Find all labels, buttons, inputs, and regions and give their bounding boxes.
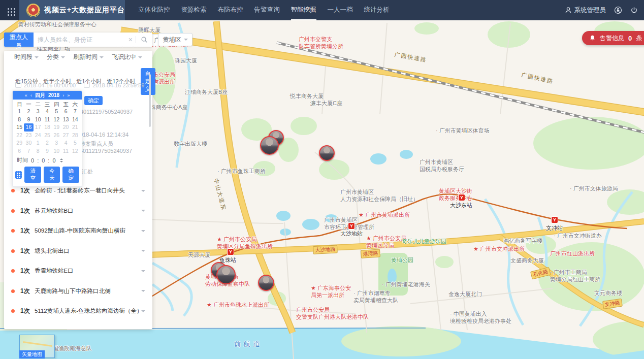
person-photo-marker[interactable] bbox=[216, 265, 236, 284]
calendar-day[interactable]: 6 bbox=[15, 147, 24, 155]
person-photo-marker[interactable] bbox=[260, 136, 279, 155]
chevron-down-icon[interactable] bbox=[141, 190, 145, 194]
time-hours[interactable]: 0 bbox=[31, 157, 34, 164]
calendar-day[interactable]: 10 bbox=[34, 116, 43, 124]
list-item[interactable]: 1次苏元地铁站B口 bbox=[4, 201, 152, 221]
district-select[interactable]: 黄埔区 bbox=[158, 33, 192, 46]
calendar-day[interactable]: 7 bbox=[71, 108, 80, 116]
person-photo-marker[interactable] bbox=[319, 145, 335, 161]
nav-item[interactable]: 立体化防控 bbox=[138, 0, 170, 20]
nav-item[interactable]: 告警查询 bbox=[254, 0, 280, 20]
calendar-day[interactable]: 30 bbox=[24, 139, 33, 147]
calendar-day[interactable]: 18 bbox=[43, 123, 52, 132]
lock-settings-icon[interactable] bbox=[614, 6, 622, 14]
calendar-day[interactable]: 25 bbox=[43, 132, 52, 140]
calendar-day[interactable]: 8 bbox=[15, 116, 24, 124]
calendar-day[interactable]: 1 bbox=[15, 108, 24, 116]
calendar-day[interactable]: 4 bbox=[43, 108, 52, 116]
filter-dropdown[interactable]: 飞识比中 bbox=[112, 53, 142, 61]
date-confirm-button[interactable]: 确定 bbox=[84, 96, 103, 105]
clear-button[interactable]: 清空 bbox=[24, 167, 41, 183]
calendar-day[interactable]: 14 bbox=[71, 116, 80, 124]
calendar-year[interactable]: 2018 bbox=[48, 92, 59, 98]
calendar-grid-icon[interactable] bbox=[15, 171, 22, 179]
calendar-day[interactable]: 28 bbox=[71, 132, 80, 140]
calendar-day[interactable]: 3 bbox=[34, 108, 43, 116]
calendar-day[interactable]: 2 bbox=[24, 108, 33, 116]
list-item[interactable]: 1次塘头北街出口 bbox=[4, 241, 152, 262]
time-stepper[interactable] bbox=[60, 157, 63, 164]
chevron-down-icon[interactable] bbox=[141, 310, 145, 314]
calendar-day[interactable]: 20 bbox=[61, 123, 70, 132]
clear-icon[interactable]: × bbox=[125, 36, 136, 44]
chevron-down-icon[interactable] bbox=[141, 290, 145, 294]
list-item[interactable]: 1次香雪地铁站E口 bbox=[4, 261, 152, 281]
calendar-day[interactable]: 6 bbox=[61, 108, 70, 116]
calendar-day[interactable]: 27 bbox=[61, 132, 70, 140]
calendar-day[interactable]: 9 bbox=[24, 116, 33, 124]
chevron-down-icon[interactable] bbox=[141, 210, 145, 214]
panel-scrollbar[interactable] bbox=[149, 74, 151, 127]
filter-dropdown[interactable]: 分类 bbox=[47, 53, 65, 61]
minimap-mode-label[interactable]: 矢量地图 bbox=[19, 350, 45, 358]
confirm-button[interactable]: 确定 bbox=[62, 167, 79, 183]
filter-dropdown[interactable]: 刷新时间 bbox=[73, 53, 104, 61]
metro-station-icon[interactable]: Y bbox=[459, 194, 465, 201]
calendar-day[interactable]: 11 bbox=[43, 116, 52, 124]
nav-item[interactable]: 智能挖掘 bbox=[291, 0, 316, 20]
search-icon[interactable] bbox=[141, 36, 148, 43]
nav-item[interactable]: 布防布控 bbox=[218, 0, 243, 20]
apps-grid-icon[interactable] bbox=[0, 0, 19, 20]
list-item[interactable]: 1次5092蟹山路-中医院东南向蟹山横街 bbox=[4, 221, 152, 241]
calendar-day[interactable]: 22 bbox=[15, 132, 24, 140]
calendar-day[interactable]: 19 bbox=[52, 123, 61, 132]
nav-item[interactable]: 资源检索 bbox=[181, 0, 207, 20]
calendar-day[interactable]: 8 bbox=[34, 147, 43, 155]
calendar-day[interactable]: 21 bbox=[71, 123, 80, 132]
chevron-down-icon[interactable] bbox=[141, 230, 145, 234]
metro-station-icon[interactable]: Y bbox=[228, 249, 234, 255]
calendar-day[interactable]: 2 bbox=[43, 139, 52, 147]
person-type-button[interactable]: 重点人员 bbox=[4, 32, 34, 47]
time-minutes[interactable]: 0 bbox=[42, 157, 45, 164]
calendar-day[interactable]: 4 bbox=[61, 139, 70, 147]
prev-month-icon[interactable]: ‹ bbox=[30, 93, 32, 98]
calendar-day[interactable]: 13 bbox=[61, 116, 70, 124]
chevron-down-icon[interactable] bbox=[141, 250, 145, 254]
time-seconds[interactable]: 0 bbox=[52, 157, 55, 164]
calendar-day[interactable]: 7 bbox=[24, 147, 33, 155]
calendar-day[interactable]: 26 bbox=[52, 132, 61, 140]
calendar-day[interactable]: 23 bbox=[24, 132, 33, 140]
alarm-banner[interactable]: 告警信息 0 条 bbox=[582, 31, 644, 45]
user-menu[interactable]: 系统管理员 bbox=[565, 6, 606, 15]
calendar-day[interactable]: 11 bbox=[61, 147, 70, 155]
search-input[interactable] bbox=[34, 36, 125, 43]
end-date-field[interactable]: 2018-04-16 23:59:59 bbox=[84, 82, 144, 88]
calendar-day[interactable]: 1 bbox=[34, 139, 43, 147]
minimap[interactable]: 矢量地图 bbox=[19, 335, 55, 358]
calendar-day[interactable]: 16 bbox=[24, 123, 33, 132]
calendar-day[interactable]: 5 bbox=[71, 139, 80, 147]
calendar-day[interactable]: 12 bbox=[52, 116, 61, 124]
calendar-day[interactable]: 17 bbox=[34, 123, 43, 132]
metro-station-icon[interactable]: Y bbox=[552, 217, 558, 223]
prev-year-icon[interactable]: « bbox=[25, 93, 27, 98]
power-icon[interactable] bbox=[630, 7, 638, 14]
calendar-day[interactable]: 3 bbox=[52, 139, 61, 147]
calendar-day[interactable]: 29 bbox=[15, 139, 24, 147]
chevron-down-icon[interactable] bbox=[141, 270, 145, 274]
calendar-day[interactable]: 24 bbox=[34, 132, 43, 140]
calendar-day[interactable]: 5 bbox=[52, 108, 61, 116]
calendar-day[interactable]: 12 bbox=[71, 147, 80, 155]
list-item[interactable]: 1次5112黄埔大道东-鱼珠总站向海边街（全） bbox=[4, 301, 152, 321]
calendar-day[interactable]: 9 bbox=[43, 147, 52, 155]
nav-item[interactable]: 统计分析 bbox=[364, 0, 390, 20]
calendar-day[interactable]: 10 bbox=[52, 147, 61, 155]
list-item[interactable]: 1次天鹿南路与山下中路路口北侧 bbox=[4, 281, 152, 302]
calendar-day[interactable]: 15 bbox=[15, 123, 24, 132]
nav-item[interactable]: 一人一档 bbox=[328, 0, 353, 20]
metro-station-icon[interactable]: Y bbox=[348, 223, 355, 229]
next-month-icon[interactable]: › bbox=[62, 93, 64, 98]
person-photo-marker[interactable] bbox=[258, 275, 274, 291]
filter-dropdown[interactable]: 时间段 bbox=[14, 53, 39, 61]
